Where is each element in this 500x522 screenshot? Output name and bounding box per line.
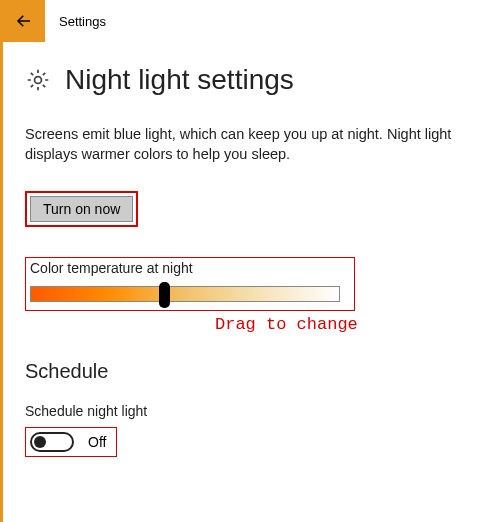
schedule-toggle-state: Off <box>88 434 106 450</box>
annotation-hint: Drag to change <box>215 315 478 334</box>
annotation-box-toggle: Off <box>25 427 117 457</box>
page-description: Screens emit blue light, which can keep … <box>25 124 478 165</box>
schedule-toggle[interactable] <box>30 432 74 452</box>
title-bar: Settings <box>3 0 500 42</box>
back-button[interactable] <box>3 0 45 42</box>
schedule-toggle-label: Schedule night light <box>25 403 478 419</box>
app-title: Settings <box>45 14 106 29</box>
svg-point-1 <box>35 77 42 84</box>
content-area: Night light settings Screens emit blue l… <box>3 42 500 457</box>
annotation-box-slider: Color temperature at night <box>25 257 355 311</box>
color-temperature-label: Color temperature at night <box>30 260 348 276</box>
toggle-knob <box>34 436 46 448</box>
arrow-left-icon <box>15 12 33 30</box>
color-temperature-slider[interactable] <box>30 286 340 302</box>
page-title: Night light settings <box>65 64 294 96</box>
slider-thumb[interactable] <box>159 282 170 308</box>
page-header: Night light settings <box>25 64 478 96</box>
turn-on-now-button[interactable]: Turn on now <box>30 196 133 222</box>
gear-icon <box>25 67 51 93</box>
annotation-box-turn-on: Turn on now <box>25 191 138 227</box>
schedule-heading: Schedule <box>25 360 478 383</box>
